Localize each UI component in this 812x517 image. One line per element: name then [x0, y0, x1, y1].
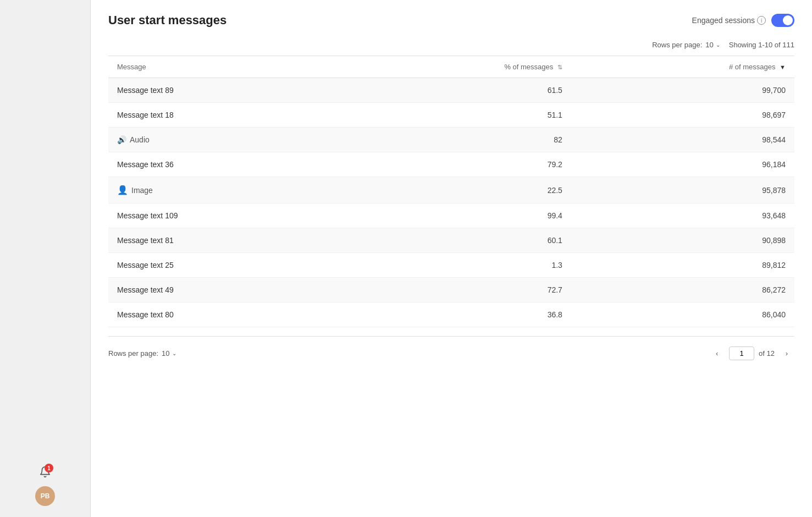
data-table: Message % of messages ⇅ # of messages ▼ …: [108, 56, 794, 327]
cell-pct: 22.5: [344, 177, 571, 204]
table-controls-top: Rows per page: 10 ⌄ Showing 1-10 of 111: [108, 41, 794, 49]
page-header: User start messages Engaged sessions i: [108, 13, 794, 28]
rows-per-page-bottom: Rows per page: 10 ⌄: [108, 349, 176, 358]
cell-pct: 1.3: [344, 253, 571, 278]
table-row: Message text 1851.198,697: [108, 103, 794, 128]
col-message[interactable]: Message: [108, 56, 344, 78]
rows-per-page-value-top: 10: [705, 41, 713, 49]
table-row: Message text 3679.296,184: [108, 152, 794, 177]
table-row: 👤Image22.595,878: [108, 177, 794, 204]
rows-per-page-label-bottom: Rows per page:: [108, 349, 158, 358]
cell-num: 98,697: [571, 103, 794, 128]
table-row: Message text 8036.886,040: [108, 302, 794, 327]
notification-bell[interactable]: 1: [39, 466, 51, 480]
table-row: Message text 4972.786,272: [108, 278, 794, 302]
col-pct-messages[interactable]: % of messages ⇅: [344, 56, 571, 78]
page-input[interactable]: [735, 349, 748, 358]
page-title: User start messages: [108, 13, 227, 28]
col-num-sort-icon: ▼: [780, 64, 786, 70]
table-controls-bottom: Rows per page: 10 ⌄ ‹ of 12 ›: [108, 336, 794, 361]
rows-per-page-select-bottom[interactable]: 10 ⌄: [162, 349, 176, 358]
col-pct-sort-icon: ⇅: [557, 64, 562, 70]
engaged-sessions-text: Engaged sessions: [692, 16, 755, 25]
cell-num: 98,544: [571, 128, 794, 152]
table-row: Message text 10999.493,648: [108, 204, 794, 228]
cell-num: 86,040: [571, 302, 794, 327]
avatar[interactable]: PB: [35, 486, 55, 506]
col-num-messages-label: # of messages: [729, 63, 776, 71]
page-input-container: [729, 346, 754, 360]
cell-pct: 36.8: [344, 302, 571, 327]
cell-message: Message text 89: [108, 78, 344, 103]
cell-pct: 82: [344, 128, 571, 152]
pagination: ‹ of 12 ›: [709, 345, 794, 361]
rows-per-page-top: Rows per page: 10 ⌄: [652, 41, 720, 49]
cell-num: 90,898: [571, 228, 794, 253]
table-row: Message text 251.389,812: [108, 253, 794, 278]
cell-pct: 61.5: [344, 78, 571, 103]
notification-badge: 1: [45, 464, 53, 472]
col-message-label: Message: [117, 63, 146, 71]
cell-message: 👤Image: [108, 177, 344, 204]
rows-per-page-chevron-top: ⌄: [716, 42, 720, 48]
table-row: 🔊Audio8298,544: [108, 128, 794, 152]
engaged-sessions-label: Engaged sessions i: [692, 16, 766, 25]
sidebar: 1 PB: [0, 0, 91, 517]
cell-message: Message text 36: [108, 152, 344, 177]
cell-pct: 79.2: [344, 152, 571, 177]
audio-icon: 🔊: [117, 135, 126, 144]
cell-message: Message text 80: [108, 302, 344, 327]
cell-num: 86,272: [571, 278, 794, 302]
col-pct-messages-label: % of messages: [504, 63, 553, 71]
cell-num: 96,184: [571, 152, 794, 177]
cell-num: 95,878: [571, 177, 794, 204]
engaged-sessions-toggle[interactable]: [771, 14, 794, 27]
cell-message: Message text 18: [108, 103, 344, 128]
cell-num: 89,812: [571, 253, 794, 278]
main-content: User start messages Engaged sessions i R…: [91, 0, 812, 517]
prev-page-button[interactable]: ‹: [709, 345, 725, 361]
table-body: Message text 8961.599,700Message text 18…: [108, 78, 794, 327]
rows-per-page-label-top: Rows per page:: [652, 41, 702, 49]
cell-message: Message text 81: [108, 228, 344, 253]
showing-info: Showing 1-10 of 111: [729, 41, 794, 49]
of-pages: of 12: [759, 349, 775, 358]
cell-message: Message text 25: [108, 253, 344, 278]
cell-pct: 60.1: [344, 228, 571, 253]
table-header: Message % of messages ⇅ # of messages ▼: [108, 56, 794, 78]
rows-per-page-select-top[interactable]: 10 ⌄: [705, 41, 720, 49]
rows-per-page-value-bottom: 10: [162, 349, 169, 358]
cell-pct: 99.4: [344, 204, 571, 228]
table-row: Message text 8160.190,898: [108, 228, 794, 253]
image-label: Image: [131, 186, 153, 195]
cell-pct: 51.1: [344, 103, 571, 128]
table-header-row: Message % of messages ⇅ # of messages ▼: [108, 56, 794, 78]
cell-message: Message text 49: [108, 278, 344, 302]
sidebar-bottom: 1 PB: [35, 466, 55, 506]
audio-label: Audio: [130, 135, 150, 144]
cell-pct: 72.7: [344, 278, 571, 302]
cell-num: 93,648: [571, 204, 794, 228]
rows-per-page-chevron-bottom: ⌄: [172, 350, 176, 356]
audio-message: 🔊Audio: [117, 135, 150, 144]
table-row: Message text 8961.599,700: [108, 78, 794, 103]
image-message: 👤Image: [117, 185, 153, 195]
cell-message: 🔊Audio: [108, 128, 344, 152]
header-right: Engaged sessions i: [692, 14, 794, 27]
next-page-button[interactable]: ›: [779, 345, 794, 361]
cell-message: Message text 109: [108, 204, 344, 228]
col-num-messages[interactable]: # of messages ▼: [571, 56, 794, 78]
cell-num: 99,700: [571, 78, 794, 103]
engaged-sessions-info-icon[interactable]: i: [757, 16, 766, 25]
image-icon: 👤: [117, 185, 128, 195]
